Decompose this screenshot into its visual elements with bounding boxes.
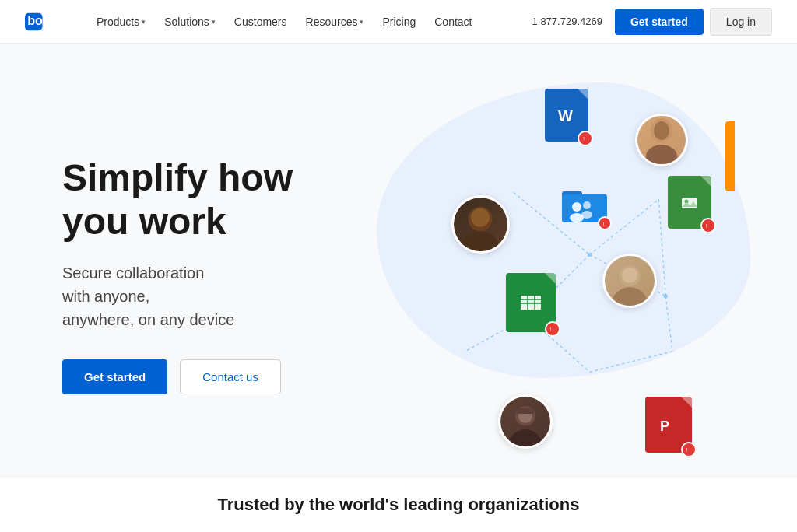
svg-text:!: ! bbox=[583, 136, 585, 142]
svg-point-23 bbox=[572, 202, 581, 212]
nav-links: Products ▾ Solutions ▾ Customers Resourc… bbox=[89, 9, 532, 34]
svg-point-42 bbox=[622, 268, 637, 283]
nav-login-button[interactable]: Log in bbox=[710, 8, 772, 36]
chevron-down-icon: ▾ bbox=[212, 18, 216, 26]
nav-get-started-button[interactable]: Get started bbox=[615, 9, 704, 35]
svg-rect-48 bbox=[516, 408, 535, 414]
svg-point-19 bbox=[646, 145, 677, 166]
svg-point-30 bbox=[471, 208, 490, 227]
powerpoint-icon: P ! bbox=[645, 397, 692, 453]
hero-subtitle: Secure collaboration with anyone, anywhe… bbox=[62, 261, 389, 331]
trusted-bar: Trusted by the world's leading organizat… bbox=[0, 476, 797, 532]
svg-point-18 bbox=[654, 121, 669, 140]
hero-get-started-button[interactable]: Get started bbox=[62, 359, 167, 394]
svg-text:P: P bbox=[660, 418, 669, 434]
chevron-down-icon: ▾ bbox=[360, 18, 363, 26]
svg-point-28 bbox=[460, 231, 500, 254]
avatar-person1 bbox=[635, 114, 688, 166]
orange-tab bbox=[725, 121, 735, 191]
svg-point-25 bbox=[583, 201, 591, 209]
svg-rect-31 bbox=[521, 296, 541, 310]
chevron-down-icon: ▾ bbox=[142, 18, 146, 26]
svg-line-9 bbox=[665, 296, 672, 352]
logo[interactable]: box bbox=[25, 11, 64, 33]
svg-line-10 bbox=[658, 199, 665, 296]
avatar-person2 bbox=[451, 195, 510, 254]
word-doc-icon: W ! bbox=[545, 89, 588, 142]
svg-text:!: ! bbox=[550, 327, 552, 332]
sheets-icon: ! bbox=[506, 273, 556, 332]
svg-point-11 bbox=[588, 253, 592, 257]
nav-products[interactable]: Products ▾ bbox=[89, 9, 153, 34]
avatar-person4 bbox=[498, 394, 553, 449]
svg-text:!: ! bbox=[602, 221, 604, 226]
nav-solutions[interactable]: Solutions ▾ bbox=[156, 9, 223, 34]
hero-text: Simplify how you work Secure collaborati… bbox=[62, 156, 389, 394]
svg-point-40 bbox=[611, 287, 648, 308]
svg-point-26 bbox=[581, 211, 592, 219]
svg-line-8 bbox=[590, 352, 673, 373]
hero-contact-button[interactable]: Contact us bbox=[180, 359, 281, 394]
svg-point-45 bbox=[508, 429, 542, 449]
hero-buttons: Get started Contact us bbox=[62, 359, 389, 394]
nav-contact[interactable]: Contact bbox=[427, 9, 479, 34]
svg-text:!: ! bbox=[686, 447, 688, 453]
hero-title: Simplify how you work bbox=[62, 156, 389, 242]
svg-text:W: W bbox=[558, 107, 573, 124]
avatar-person3 bbox=[602, 254, 657, 308]
trusted-text: Trusted by the world's leading organizat… bbox=[218, 495, 580, 515]
hero-section: Simplify how you work Secure collaborati… bbox=[0, 44, 797, 476]
nav-pricing[interactable]: Pricing bbox=[374, 9, 423, 34]
nav-phone[interactable]: 1.877.729.4269 bbox=[532, 16, 602, 27]
nav-customers[interactable]: Customers bbox=[226, 9, 295, 34]
hero-illustration: .dot-line { stroke: #90CAF9; stroke-widt… bbox=[389, 75, 735, 476]
svg-text:box: box bbox=[27, 13, 50, 27]
folder-icon: ! bbox=[560, 184, 609, 227]
svg-point-13 bbox=[664, 294, 668, 298]
svg-text:!: ! bbox=[706, 223, 707, 229]
nav-resources[interactable]: Resources ▾ bbox=[298, 9, 372, 34]
image-icon: ! bbox=[668, 176, 711, 229]
navigation: box Products ▾ Solutions ▾ Customers Res… bbox=[0, 0, 797, 44]
